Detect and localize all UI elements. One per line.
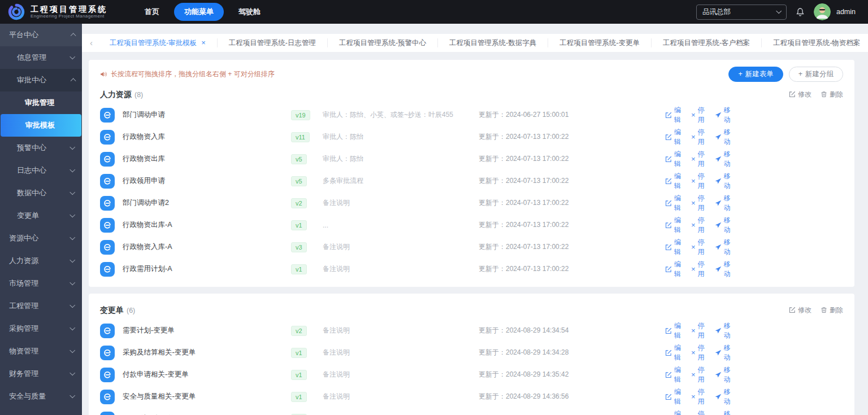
tab-工程项目管理系统-物资档案[interactable]: 工程项目管理系统-物资档案 [761,38,868,47]
row-move-button[interactable]: 移动 [715,409,731,415]
close-icon[interactable]: × [201,40,206,46]
sidebar-item-变更单[interactable]: 变更单 [0,204,82,227]
bell-icon[interactable] [796,7,805,16]
sidebar-item-市场管理[interactable]: 市场管理 [0,272,82,295]
sidebar-item-采购管理[interactable]: 采购管理 [0,317,82,340]
avatar[interactable] [814,3,831,20]
row-icon-cell [100,196,123,211]
row-move-button[interactable]: 移动 [715,365,731,385]
template-row[interactable]: 付款申请相关-变更单v1备注说明更新于：2024-08-29 14:35:42编… [100,364,843,386]
row-edit-button[interactable]: 编辑 [665,172,681,191]
new-group-button[interactable]: + 新建分组 [789,67,843,82]
row-action-label: 编辑 [674,150,681,169]
template-row[interactable]: 行政物资入库-Av3备注说明更新于：2024-07-13 17:00:22编辑×… [100,236,843,258]
row-disable-button[interactable]: ×停用 [691,128,705,147]
row-edit-button[interactable]: 编辑 [665,194,681,213]
tab-工程项目管理系统-审批模板[interactable]: 工程项目管理系统-审批模板× [98,38,217,47]
row-move-button[interactable]: 移动 [715,260,731,279]
sidebar-item-财务管理[interactable]: 财务管理 [0,362,82,385]
section-modify-button[interactable]: 修改 [789,305,811,315]
tab-工程项目管理系统-预警中心[interactable]: 工程项目管理系统-预警中心 [327,38,437,47]
template-row[interactable]: 安全与质量相关-变更单v1备注说明更新于：2024-08-29 14:36:56… [100,386,843,408]
row-disable-button[interactable]: ×停用 [691,409,705,415]
row-disable-button[interactable]: ×停用 [691,387,705,407]
nav-home[interactable]: 首页 [134,3,170,21]
new-form-button[interactable]: + 新建表单 [728,67,783,82]
sidebar-item-预警中心[interactable]: 预警中心 [0,137,82,159]
row-edit-button[interactable]: 编辑 [665,343,681,362]
row-move-button[interactable]: 移动 [715,216,731,235]
template-row[interactable]: 部门调动申请v19审批人：陈怡、小英、或签~抄送：叶辰455更新于：2024-0… [100,104,843,126]
nav-cockpit[interactable]: 驾驶舱 [228,3,271,21]
template-row[interactable]: 行政物资入库v11审批人：陈怡更新于：2024-07-13 17:00:22编辑… [100,126,843,148]
template-row[interactable]: 行政领用申请v5多条审批流程更新于：2024-07-13 17:00:22编辑×… [100,170,843,192]
row-move-button[interactable]: 移动 [715,194,731,213]
row-move-button[interactable]: 移动 [715,387,731,407]
row-move-button[interactable]: 移动 [715,150,731,169]
row-disable-button[interactable]: ×停用 [691,321,705,340]
paper-plane-icon [715,350,722,356]
tab-工程项目管理系统-数据字典[interactable]: 工程项目管理系统-数据字典 [437,38,548,47]
sidebar-item-人力资源[interactable]: 人力资源 [0,250,82,272]
template-row[interactable]: 部门调动申请2v2备注说明更新于：2024-07-13 17:00:22编辑×停… [100,192,843,214]
row-disable-button[interactable]: ×停用 [691,343,705,362]
row-edit-button[interactable]: 编辑 [665,387,681,407]
row-edit-button[interactable]: 编辑 [665,365,681,385]
tab-工程项目管理系统-客户档案[interactable]: 工程项目管理系统-客户档案 [651,38,761,47]
row-move-button[interactable]: 移动 [715,106,731,125]
template-row[interactable]: 采购及结算相关-变更单v1备注说明更新于：2024-08-29 14:34:28… [100,342,843,364]
row-action-label: 停用 [698,172,705,191]
org-select[interactable]: 品讯总部 [696,5,787,20]
row-disable-button[interactable]: ×停用 [691,150,705,169]
sidebar-item-信息管理[interactable]: 信息管理 [0,46,82,69]
row-edit-button[interactable]: 编辑 [665,321,681,340]
template-row[interactable]: 行政需用计划-Av1备注说明更新于：2024-07-13 17:00:22编辑×… [100,258,843,280]
row-disable-button[interactable]: ×停用 [691,260,705,279]
row-disable-button[interactable]: ×停用 [691,216,705,235]
tab-工程项目管理系统-变更单[interactable]: 工程项目管理系统-变更单 [548,38,651,47]
nav-function-menu[interactable]: 功能菜单 [174,3,224,21]
row-action-label: 编辑 [674,216,681,235]
sidebar-item-数据中心[interactable]: 数据中心 [0,182,82,204]
template-row[interactable]: 合同登记-变更单v1备注说明更新于：2024-10-11 11:58:54编辑×… [100,408,843,415]
sidebar-item-物资管理[interactable]: 物资管理 [0,340,82,362]
row-move-button[interactable]: 移动 [715,238,731,257]
row-edit-button[interactable]: 编辑 [665,260,681,279]
sidebar-item-审批中心[interactable]: 审批中心 [0,69,82,91]
row-disable-button[interactable]: ×停用 [691,238,705,257]
sidebar-item-工程管理[interactable]: 工程管理 [0,295,82,317]
row-edit-button[interactable]: 编辑 [665,238,681,257]
chevron-up-icon [71,78,76,84]
row-action-label: 移动 [724,150,731,169]
template-row[interactable]: 行政物资出库-Av1...更新于：2024-07-13 17:00:22编辑×停… [100,214,843,236]
row-disable-button[interactable]: ×停用 [691,106,705,125]
row-move-button[interactable]: 移动 [715,128,731,147]
section-remove-button[interactable]: 删除 [821,90,843,99]
section-modify-button[interactable]: 修改 [789,90,811,99]
row-actions: 编辑×停用移动 [665,194,844,213]
tab-工程项目管理系统-日志管理[interactable]: 工程项目管理系统-日志管理 [217,38,327,47]
paper-plane-icon [715,200,722,207]
row-move-button[interactable]: 移动 [715,321,731,340]
row-edit-button[interactable]: 编辑 [665,216,681,235]
sidebar-item-审批模板[interactable]: 审批模板 [1,114,81,137]
sidebar-item-资源中心[interactable]: 资源中心 [0,227,82,250]
row-edit-button[interactable]: 编辑 [665,106,681,125]
sidebar-item-审批管理[interactable]: 审批管理 [0,91,82,114]
section-remove-button[interactable]: 删除 [821,305,843,315]
row-move-button[interactable]: 移动 [715,343,731,362]
sidebar-item-安全与质量[interactable]: 安全与质量 [0,385,82,408]
row-edit-button[interactable]: 编辑 [665,150,681,169]
row-disable-button[interactable]: ×停用 [691,194,705,213]
tabs-scroll-left-icon[interactable]: ‹ [82,34,98,52]
row-description: 多条审批流程 [323,176,479,186]
row-edit-button[interactable]: 编辑 [665,128,681,147]
row-move-button[interactable]: 移动 [715,172,731,191]
row-disable-button[interactable]: ×停用 [691,172,705,191]
template-row[interactable]: 行政物资出库v5审批人：陈怡更新于：2024-07-13 17:00:22编辑×… [100,148,843,170]
sidebar-item-日志中心[interactable]: 日志中心 [0,159,82,182]
row-edit-button[interactable]: 编辑 [665,409,681,415]
row-disable-button[interactable]: ×停用 [691,365,705,385]
sidebar-item-平台中心[interactable]: 平台中心 [0,24,82,46]
template-row[interactable]: 需要计划-变更单v2备注说明更新于：2024-08-29 14:34:54编辑×… [100,320,843,342]
